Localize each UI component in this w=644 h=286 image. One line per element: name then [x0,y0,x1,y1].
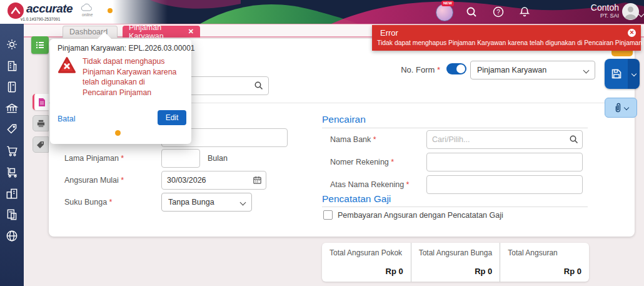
help-icon[interactable]: ? [492,6,505,18]
company-icon[interactable] [5,59,19,73]
tab-active-label: Pinjaman Karyawan [129,23,184,41]
mascot-icon[interactable] [436,4,453,21]
svg-text:?: ? [496,9,500,16]
popup-title: Pinjaman Karyawan: EPL.2026.03.00001 [58,44,195,53]
pencatatan-gaji-heading: Pencatatan Gaji [322,193,391,205]
suku-bunga-value: Tanpa Bunga [168,198,214,207]
tab-pinjaman-karyawan[interactable]: Pinjaman Karyawan ✕ [123,26,200,38]
reports-icon[interactable] [5,229,19,243]
purchase-icon[interactable] [5,144,19,158]
logo-online-label: online [82,13,93,17]
company-info[interactable]: Contoh PT. SAI [556,4,619,20]
side-tab-document[interactable] [33,94,49,110]
new-badge: NEW [441,1,454,6]
bulan-unit-label: Bulan [208,154,228,163]
toast-message: Tidak dapat menghapus Pinjaman Karyawan … [377,39,642,46]
fixed-asset-icon[interactable] [5,186,19,200]
paperclip-icon [613,102,622,113]
pembayaran-angsuran-label: Pembayaran Angsuran dengan Pencatatan Ga… [338,211,503,220]
pencatatan-gaji-checkbox-row: Pembayaran Angsuran dengan Pencatatan Ga… [323,210,503,220]
sales-icon[interactable] [5,123,19,136]
side-tab-print[interactable] [33,115,49,131]
pencairan-heading: Pencairan [322,114,366,125]
printer-icon [36,119,46,128]
totals-panel: Total Angsuran Pokok Rp 0 Total Angsuran… [322,243,589,282]
delete-error-popup: Pinjaman Karyawan: EPL.2026.03.00001 Tid… [50,39,191,144]
error-triangle-icon [58,56,76,74]
asset-tag-icon [36,140,45,149]
total-angsuran-pokok: Total Angsuran Pokok Rp 0 [322,243,411,282]
tax-icon[interactable] [5,208,19,222]
search-icon[interactable] [465,6,478,18]
attachment-button[interactable] [605,98,637,118]
lama-pinjaman-label: Lama Pinjaman * [64,154,124,163]
required-asterisk: * [437,65,440,74]
error-toast: Error ✕ Tidak dapat menghapus Pinjaman K… [372,25,641,51]
form-type-value: Pinjaman Karyawan [477,66,546,74]
cloud-icon [79,3,94,13]
angsuran-mulai-label: Angsuran Mulai * [64,176,124,185]
company-subname: PT. SAI [556,12,619,20]
logo-text: accurate [26,2,73,16]
suku-bunga-select[interactable]: Tanpa Bunga [161,193,252,212]
tour-dot-header [108,8,113,13]
popup-body: Tidak dapat menghapus Pinjaman Karyawan … [58,56,178,98]
form-type-select[interactable]: Pinjaman Karyawan [470,61,595,79]
app-sidebar [0,24,24,286]
settings-icon[interactable] [5,38,19,51]
save-options-chevron-icon[interactable] [628,59,640,89]
toast-close-icon[interactable]: ✕ [628,29,636,37]
lama-pinjaman-input[interactable] [161,149,200,168]
company-name: Contoh [556,4,619,12]
batal-link[interactable]: Batal [58,115,76,123]
total-angsuran-bunga: Total Angsuran Bunga Rp 0 [411,243,500,282]
user-menu-chevron-icon[interactable] [639,9,643,18]
inventory-icon[interactable] [5,165,19,179]
document-icon [38,98,46,107]
edit-button[interactable]: Edit [158,110,186,125]
toast-title: Error [380,28,398,38]
tour-dot-popup [115,130,121,136]
no-form-toggle[interactable] [446,63,466,74]
angsuran-mulai-date-input[interactable] [161,171,266,190]
cash-bank-icon[interactable] [5,101,19,115]
tab-close-icon[interactable]: ✕ [188,28,194,36]
pembayaran-angsuran-checkbox[interactable] [323,210,333,220]
app-version: v1.0.1#3790-2537091 [21,17,60,21]
atas-nama-rekening-input[interactable] [426,175,583,194]
total-angsuran: Total Angsuran Rp 0 [500,243,589,282]
atas-nama-rekening-label: Atas Nama Rekening * [330,180,409,189]
suku-bunga-label: Suku Bunga * [64,198,112,207]
nomer-rekening-label: Nomer Rekening * [330,158,394,166]
nomer-rekening-input[interactable] [426,153,583,171]
app-root: accurate online v1.0.1#3790-2537091 NEW … [0,0,644,286]
save-icon [605,59,628,89]
nama-bank-label: Nama Bank * [330,135,376,144]
nama-bank-input[interactable] [426,130,583,149]
popup-message: Tidak dapat menghapus Pinjaman Karyawan … [83,56,178,98]
avatar[interactable] [622,3,639,20]
popup-pointer [98,32,111,39]
journal-icon[interactable] [5,80,19,94]
save-button[interactable] [605,59,640,89]
data-list-button[interactable] [31,36,49,54]
no-form-label: No. Form * [400,65,440,74]
top-header: accurate online v1.0.1#3790-2537091 NEW … [0,0,644,24]
side-tab-asset[interactable] [33,136,49,153]
bell-icon[interactable] [518,6,531,18]
